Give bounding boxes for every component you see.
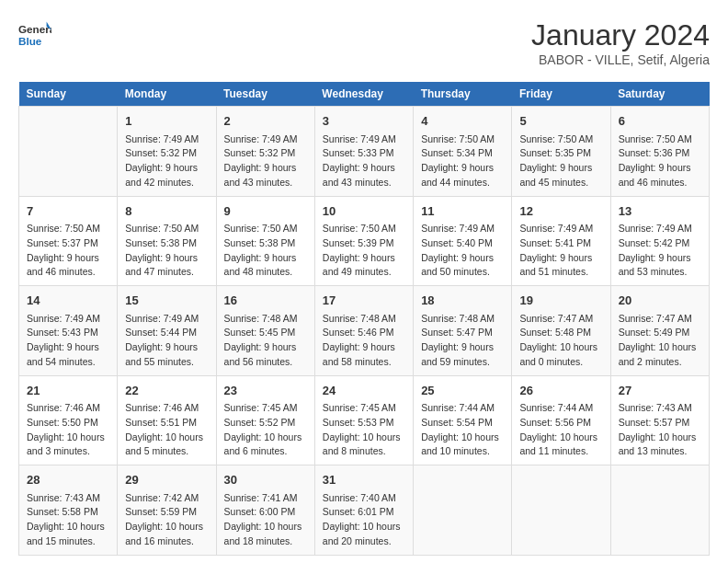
calendar-cell: 27Sunrise: 7:43 AMSunset: 5:57 PMDayligh… [610, 375, 709, 465]
logo: General Blue [18, 18, 51, 52]
day-info: Sunrise: 7:41 AMSunset: 6:00 PMDaylight:… [224, 491, 307, 549]
day-info: Sunrise: 7:50 AMSunset: 5:37 PMDaylight:… [27, 222, 109, 280]
title-block: January 2024 BABOR - VILLE, Setif, Alger… [531, 18, 710, 67]
week-row-3: 14Sunrise: 7:49 AMSunset: 5:43 PMDayligh… [19, 286, 710, 376]
day-info: Sunrise: 7:50 AMSunset: 5:38 PMDaylight:… [224, 222, 307, 280]
column-header-wednesday: Wednesday [314, 82, 413, 107]
day-info: Sunrise: 7:48 AMSunset: 5:47 PMDaylight:… [421, 312, 504, 370]
day-number: 21 [27, 382, 109, 400]
calendar-cell: 18Sunrise: 7:48 AMSunset: 5:47 PMDayligh… [414, 286, 512, 376]
week-row-4: 21Sunrise: 7:46 AMSunset: 5:50 PMDayligh… [19, 375, 710, 465]
day-number: 4 [421, 112, 504, 131]
day-info: Sunrise: 7:46 AMSunset: 5:51 PMDaylight:… [125, 401, 208, 459]
day-info: Sunrise: 7:49 AMSunset: 5:32 PMDaylight:… [125, 132, 208, 190]
day-number: 28 [27, 471, 109, 489]
calendar-cell: 1Sunrise: 7:49 AMSunset: 5:32 PMDaylight… [118, 107, 216, 197]
page-header: General Blue January 2024 BABOR - VILLE,… [18, 18, 710, 67]
page-subtitle: BABOR - VILLE, Setif, Algeria [531, 52, 710, 67]
day-info: Sunrise: 7:43 AMSunset: 5:58 PMDaylight:… [27, 491, 109, 549]
calendar-cell: 14Sunrise: 7:49 AMSunset: 5:43 PMDayligh… [19, 286, 118, 376]
day-info: Sunrise: 7:44 AMSunset: 5:54 PMDaylight:… [421, 401, 504, 459]
calendar-cell: 11Sunrise: 7:49 AMSunset: 5:40 PMDayligh… [414, 196, 512, 286]
header-row: SundayMondayTuesdayWednesdayThursdayFrid… [19, 82, 710, 107]
page-title: January 2024 [531, 18, 710, 52]
day-number: 5 [519, 112, 602, 131]
calendar-cell [19, 107, 118, 197]
column-header-sunday: Sunday [19, 82, 118, 107]
day-info: Sunrise: 7:49 AMSunset: 5:32 PMDaylight:… [224, 132, 307, 190]
calendar-cell: 21Sunrise: 7:46 AMSunset: 5:50 PMDayligh… [19, 375, 118, 465]
calendar-cell: 6Sunrise: 7:50 AMSunset: 5:36 PMDaylight… [610, 107, 709, 197]
svg-text:Blue: Blue [18, 35, 42, 47]
column-header-saturday: Saturday [610, 82, 709, 107]
day-number: 29 [125, 471, 208, 489]
day-info: Sunrise: 7:48 AMSunset: 5:45 PMDaylight:… [224, 312, 307, 370]
calendar-cell: 2Sunrise: 7:49 AMSunset: 5:32 PMDaylight… [216, 107, 314, 197]
day-info: Sunrise: 7:49 AMSunset: 5:44 PMDaylight:… [125, 312, 208, 370]
day-info: Sunrise: 7:50 AMSunset: 5:36 PMDaylight:… [619, 132, 701, 190]
day-number: 25 [421, 382, 504, 400]
day-number: 12 [519, 202, 602, 221]
calendar-cell: 24Sunrise: 7:45 AMSunset: 5:53 PMDayligh… [314, 375, 413, 465]
column-header-monday: Monday [118, 82, 216, 107]
day-info: Sunrise: 7:46 AMSunset: 5:50 PMDaylight:… [27, 401, 109, 459]
day-number: 24 [323, 382, 405, 400]
calendar-cell: 28Sunrise: 7:43 AMSunset: 5:58 PMDayligh… [19, 465, 118, 556]
calendar-table: SundayMondayTuesdayWednesdayThursdayFrid… [18, 82, 710, 556]
calendar-cell: 7Sunrise: 7:50 AMSunset: 5:37 PMDaylight… [19, 196, 118, 286]
day-number: 16 [224, 292, 307, 310]
day-number: 30 [224, 471, 307, 489]
day-number: 23 [224, 382, 307, 400]
day-info: Sunrise: 7:49 AMSunset: 5:43 PMDaylight:… [27, 312, 109, 370]
calendar-cell: 5Sunrise: 7:50 AMSunset: 5:35 PMDaylight… [512, 107, 610, 197]
day-number: 14 [27, 292, 109, 310]
day-number: 19 [519, 292, 602, 310]
calendar-cell: 22Sunrise: 7:46 AMSunset: 5:51 PMDayligh… [118, 375, 216, 465]
day-number: 1 [125, 112, 208, 131]
day-number: 15 [125, 292, 208, 310]
day-number: 26 [519, 382, 602, 400]
calendar-cell: 12Sunrise: 7:49 AMSunset: 5:41 PMDayligh… [512, 196, 610, 286]
calendar-cell: 19Sunrise: 7:47 AMSunset: 5:48 PMDayligh… [512, 286, 610, 376]
day-info: Sunrise: 7:50 AMSunset: 5:39 PMDaylight:… [323, 222, 405, 280]
day-number: 11 [421, 202, 504, 221]
day-number: 9 [224, 202, 307, 221]
column-header-thursday: Thursday [414, 82, 512, 107]
day-info: Sunrise: 7:40 AMSunset: 6:01 PMDaylight:… [323, 491, 405, 549]
logo-icon: General Blue [18, 18, 51, 52]
calendar-cell: 31Sunrise: 7:40 AMSunset: 6:01 PMDayligh… [314, 465, 413, 556]
week-row-5: 28Sunrise: 7:43 AMSunset: 5:58 PMDayligh… [19, 465, 710, 556]
calendar-cell [414, 465, 512, 556]
calendar-cell: 29Sunrise: 7:42 AMSunset: 5:59 PMDayligh… [118, 465, 216, 556]
calendar-cell [512, 465, 610, 556]
day-info: Sunrise: 7:49 AMSunset: 5:42 PMDaylight:… [619, 222, 701, 280]
day-number: 22 [125, 382, 208, 400]
week-row-1: 1Sunrise: 7:49 AMSunset: 5:32 PMDaylight… [19, 107, 710, 197]
day-info: Sunrise: 7:47 AMSunset: 5:49 PMDaylight:… [619, 312, 701, 370]
calendar-cell: 20Sunrise: 7:47 AMSunset: 5:49 PMDayligh… [610, 286, 709, 376]
column-header-friday: Friday [512, 82, 610, 107]
week-row-2: 7Sunrise: 7:50 AMSunset: 5:37 PMDaylight… [19, 196, 710, 286]
day-info: Sunrise: 7:50 AMSunset: 5:38 PMDaylight:… [125, 222, 208, 280]
calendar-cell: 9Sunrise: 7:50 AMSunset: 5:38 PMDaylight… [216, 196, 314, 286]
day-info: Sunrise: 7:44 AMSunset: 5:56 PMDaylight:… [519, 401, 602, 459]
calendar-cell: 8Sunrise: 7:50 AMSunset: 5:38 PMDaylight… [118, 196, 216, 286]
calendar-cell: 30Sunrise: 7:41 AMSunset: 6:00 PMDayligh… [216, 465, 314, 556]
day-info: Sunrise: 7:50 AMSunset: 5:34 PMDaylight:… [421, 132, 504, 190]
day-number: 2 [224, 112, 307, 131]
calendar-cell: 23Sunrise: 7:45 AMSunset: 5:52 PMDayligh… [216, 375, 314, 465]
day-number: 6 [619, 112, 701, 131]
day-info: Sunrise: 7:42 AMSunset: 5:59 PMDaylight:… [125, 491, 208, 549]
column-header-tuesday: Tuesday [216, 82, 314, 107]
day-number: 10 [323, 202, 405, 221]
day-info: Sunrise: 7:47 AMSunset: 5:48 PMDaylight:… [519, 312, 602, 370]
day-info: Sunrise: 7:50 AMSunset: 5:35 PMDaylight:… [519, 132, 602, 190]
calendar-cell: 15Sunrise: 7:49 AMSunset: 5:44 PMDayligh… [118, 286, 216, 376]
calendar-cell [610, 465, 709, 556]
calendar-cell: 17Sunrise: 7:48 AMSunset: 5:46 PMDayligh… [314, 286, 413, 376]
day-info: Sunrise: 7:49 AMSunset: 5:40 PMDaylight:… [421, 222, 504, 280]
day-number: 7 [27, 202, 109, 221]
day-number: 8 [125, 202, 208, 221]
day-info: Sunrise: 7:49 AMSunset: 5:33 PMDaylight:… [323, 132, 405, 190]
day-info: Sunrise: 7:49 AMSunset: 5:41 PMDaylight:… [519, 222, 602, 280]
